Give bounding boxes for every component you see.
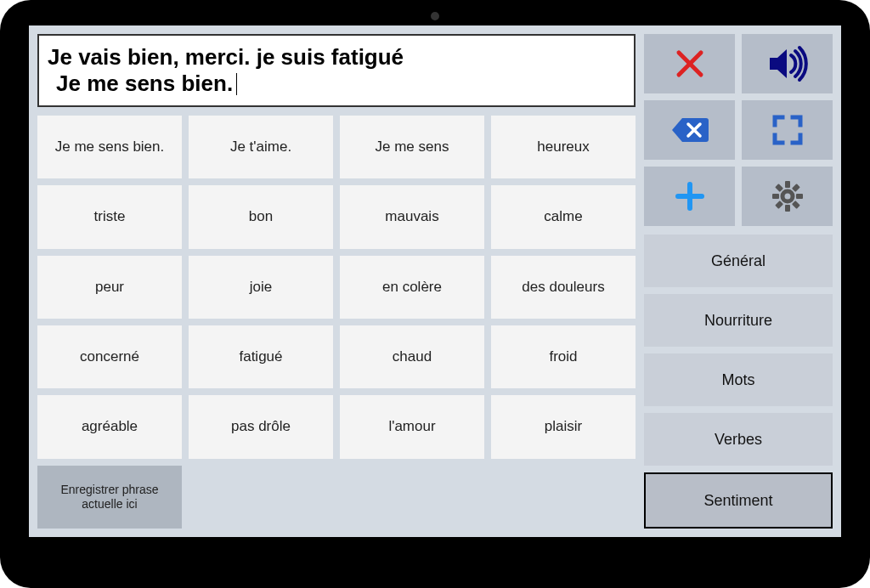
category-button[interactable]: Mots <box>644 353 833 406</box>
text-cursor <box>236 73 237 95</box>
word-cell[interactable]: heureux <box>491 116 636 178</box>
svg-rect-15 <box>791 201 799 209</box>
output-line-2-text: Je me sens bien. <box>56 71 233 97</box>
clear-button[interactable] <box>644 34 735 93</box>
word-cell[interactable]: joie <box>189 256 333 319</box>
svg-rect-10 <box>772 194 779 199</box>
word-cell[interactable]: bon <box>189 185 333 248</box>
word-cell[interactable]: calme <box>491 185 636 248</box>
svg-rect-14 <box>775 184 783 192</box>
camera-dot <box>431 12 439 20</box>
output-line-1: Je vais bien, merci. je suis fatigué <box>48 44 625 71</box>
svg-rect-13 <box>775 201 783 209</box>
empty-cell <box>340 466 484 529</box>
svg-point-7 <box>782 191 793 201</box>
word-cell[interactable]: l'amour <box>340 395 484 458</box>
app-screen: Je vais bien, merci. je suis fatigué Je … <box>29 25 841 537</box>
word-cell[interactable]: froid <box>491 325 636 388</box>
speaker-icon <box>766 45 809 82</box>
svg-rect-9 <box>785 205 790 212</box>
category-button[interactable]: Sentiment <box>644 472 833 529</box>
save-phrase-cell[interactable]: Enregistrer phrase actuelle ici <box>37 466 182 529</box>
side-panel: GénéralNourritureMotsVerbesSentiment <box>644 34 833 529</box>
output-box[interactable]: Je vais bien, merci. je suis fatigué Je … <box>37 34 636 107</box>
word-cell[interactable]: pas drôle <box>189 395 333 458</box>
main-panel: Je vais bien, merci. je suis fatigué Je … <box>37 34 636 529</box>
gear-icon <box>771 179 805 213</box>
empty-cell <box>189 466 333 529</box>
word-cell[interactable]: Je me sens bien. <box>37 116 182 178</box>
fullscreen-button[interactable] <box>742 100 833 160</box>
word-cell[interactable]: peur <box>37 256 182 319</box>
word-cell[interactable]: chaud <box>340 325 484 388</box>
category-button[interactable]: Verbes <box>644 413 833 466</box>
add-button[interactable] <box>644 167 735 226</box>
word-cell[interactable]: plaisir <box>491 395 636 458</box>
svg-rect-8 <box>785 181 790 188</box>
category-button[interactable]: Général <box>644 235 833 287</box>
word-cell[interactable]: concerné <box>37 325 182 388</box>
word-cell[interactable]: des douleurs <box>491 256 636 319</box>
word-grid: Je me sens bien.Je t'aime.Je me sensheur… <box>37 116 636 529</box>
action-buttons <box>644 34 833 226</box>
word-cell[interactable]: agréable <box>37 395 182 458</box>
tablet-frame: Je vais bien, merci. je suis fatigué Je … <box>0 0 870 588</box>
clear-icon <box>672 46 708 82</box>
output-line-2: Je me sens bien. <box>48 71 625 97</box>
plus-icon <box>673 179 707 213</box>
empty-cell <box>491 466 636 529</box>
settings-button[interactable] <box>742 167 833 226</box>
svg-rect-12 <box>791 184 799 192</box>
category-list: GénéralNourritureMotsVerbesSentiment <box>644 235 833 529</box>
svg-rect-11 <box>796 194 803 199</box>
backspace-icon <box>670 116 709 144</box>
svg-marker-2 <box>770 49 787 78</box>
word-cell[interactable]: fatigué <box>189 325 333 388</box>
word-cell[interactable]: Je t'aime. <box>189 116 333 178</box>
word-cell[interactable]: Je me sens <box>340 116 484 178</box>
word-cell[interactable]: en colère <box>340 256 484 319</box>
category-button[interactable]: Nourriture <box>644 294 833 347</box>
word-cell[interactable]: mauvais <box>340 185 484 248</box>
speak-button[interactable] <box>742 34 833 93</box>
fullscreen-icon <box>771 113 805 147</box>
backspace-button[interactable] <box>644 100 735 160</box>
word-cell[interactable]: triste <box>37 185 182 248</box>
